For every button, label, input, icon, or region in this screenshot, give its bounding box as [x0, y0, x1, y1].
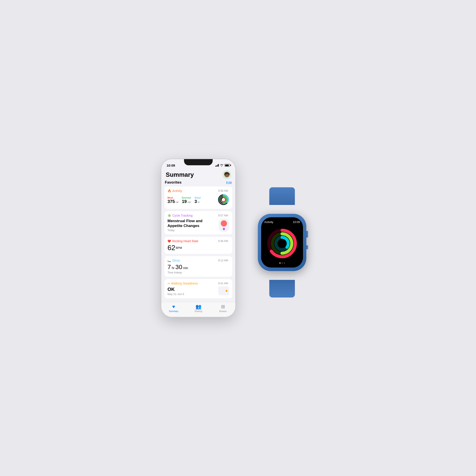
sharing-tab-label: Sharing	[195, 310, 202, 312]
flame-icon: 🔥	[168, 189, 171, 193]
activity-title: Activity	[172, 189, 182, 193]
sleep-card[interactable]: 🛏️ Sleep 8:12 AM › 7 hr 30 min Time Asle…	[164, 256, 232, 277]
watch-side-button[interactable]	[306, 245, 308, 249]
walking-body: OK May 31–Jun 6	[168, 287, 229, 296]
stand-unit: hr	[198, 201, 200, 204]
chevron-right-icon: ›	[228, 259, 229, 262]
avatar[interactable]: 🧒🏾	[222, 170, 231, 179]
status-icons	[215, 164, 230, 167]
watch-activity-rings: → → ↑	[267, 228, 298, 259]
status-time: 10:09	[167, 164, 175, 167]
heart-rate-header: ❤️ Resting Heart Rate 9:36 AM ›	[168, 239, 229, 243]
move-value: 375	[168, 199, 175, 204]
tab-summary[interactable]: ♥ Summary	[166, 304, 181, 312]
walking-steadiness-card[interactable]: ⇌ Walking Steadiness 9:41 AM › OK	[164, 279, 232, 298]
watch-screen-content: Activity 10:09	[261, 217, 303, 268]
activity-card-header: 🔥 Activity 9:36 AM ›	[168, 189, 229, 193]
wifi-icon	[220, 164, 223, 167]
stand-value: 3	[195, 199, 197, 204]
stand-label: Stand	[195, 197, 201, 199]
heart-icon: ❤️	[168, 239, 171, 243]
tab-sharing[interactable]: 👥 Sharing	[191, 304, 206, 312]
edit-button[interactable]: Edit	[226, 181, 232, 185]
heart-rate-title: Resting Heart Rate	[172, 239, 198, 243]
sleep-hours: 7	[168, 264, 171, 270]
appetite-indicator	[223, 228, 225, 230]
move-label: Move	[168, 197, 178, 199]
menstrual-flow-indicator	[221, 220, 227, 226]
watch-dot-3	[284, 262, 285, 264]
move-unit: cal	[175, 201, 178, 204]
sleep-min-unit: min	[182, 266, 188, 270]
svg-text:↑: ↑	[284, 236, 285, 239]
exercise-value: 19	[182, 199, 187, 204]
scroll-content: Favorites Edit 🔥 Activity 9:36 AM	[161, 180, 235, 302]
scene: 10:09	[119, 119, 357, 357]
app-header: Summary 🧒🏾	[161, 169, 235, 180]
activity-rings	[218, 194, 229, 206]
summary-tab-label: Summary	[169, 310, 178, 312]
page-title: Summary	[166, 171, 194, 178]
heart-rate-time: 9:36 AM ›	[218, 239, 229, 243]
power-button[interactable]	[235, 190, 236, 201]
cycle-sub-text: Today	[168, 229, 207, 232]
watch-dot-1	[279, 262, 281, 264]
activity-rings-chart	[218, 194, 229, 205]
sleep-sub: Time Asleep	[168, 271, 229, 274]
watch-rings-area: → → ↑	[264, 224, 300, 262]
watch-dot-2	[282, 262, 283, 264]
walking-icon: ⇌	[168, 282, 170, 285]
sleep-minutes: 30	[175, 264, 182, 270]
watch-time: 10:09	[293, 220, 300, 224]
tab-browse[interactable]: ⊞ Browse	[215, 304, 231, 312]
walking-steadiness-title: Walking Steadiness	[171, 282, 198, 285]
iphone-screen: 10:09	[161, 159, 235, 317]
watch-screen: Activity 10:09	[261, 217, 303, 268]
heart-rate-unit: BPM	[176, 246, 182, 250]
sleep-title: Sleep	[172, 259, 180, 262]
browse-tab-icon: ⊞	[221, 304, 225, 310]
walking-chart	[218, 287, 229, 295]
walking-chart-dot	[226, 290, 227, 292]
apple-watch: Activity 10:09	[249, 201, 315, 284]
volume-up-button[interactable]	[161, 186, 161, 192]
watch-page-dots	[264, 262, 300, 265]
signal-icon	[215, 164, 219, 167]
cycle-tracking-title: Cycle Tracking	[172, 214, 193, 217]
watch-crown[interactable]	[306, 231, 308, 238]
cycle-main-text: Menstrual Flow and Appetite Changes	[168, 219, 207, 228]
app-content: Summary 🧒🏾 Favorites Edit	[161, 169, 235, 317]
chevron-right-icon: ›	[228, 239, 229, 243]
chevron-right-icon: ›	[228, 214, 229, 217]
heart-rate-card[interactable]: ❤️ Resting Heart Rate 9:36 AM › 62BPM	[164, 237, 232, 254]
svg-text:→: →	[294, 242, 297, 245]
heart-tab-icon: ♥	[172, 304, 175, 310]
sharing-tab-icon: 👥	[195, 304, 202, 310]
cycle-tracking-time: 8:57 AM ›	[218, 214, 229, 217]
favorites-label: Favorites	[165, 180, 182, 185]
heart-rate-value: 62	[168, 244, 175, 252]
volume-down-button[interactable]	[161, 194, 161, 201]
sleep-header: 🛏️ Sleep 8:12 AM ›	[168, 259, 229, 262]
cycle-tracking-card[interactable]: ✳️ Cycle Tracking 8:57 AM › Menstrual Fl…	[164, 211, 232, 235]
iphone: 10:09	[161, 159, 236, 317]
watch-case: Activity 10:09	[258, 214, 306, 271]
section-header: Favorites Edit	[164, 180, 232, 185]
battery-icon	[224, 164, 230, 167]
browse-tab-label: Browse	[219, 310, 226, 312]
tab-bar: ♥ Summary 👥 Sharing ⊞ Browse	[161, 302, 235, 317]
walking-value: OK	[168, 287, 184, 292]
watch-app-title: Activity	[264, 220, 273, 224]
watch-band-top	[269, 187, 295, 205]
walking-steadiness-time: 9:41 AM ›	[218, 282, 229, 285]
cycle-body: Menstrual Flow and Appetite Changes Toda…	[168, 219, 229, 232]
cycle-tracking-header: ✳️ Cycle Tracking 8:57 AM ›	[168, 214, 229, 217]
cycle-indicators	[219, 219, 229, 232]
exercise-unit: min	[187, 201, 191, 204]
sleep-time: 8:12 AM ›	[218, 259, 229, 262]
iphone-notch	[184, 159, 213, 165]
chevron-right-icon: ›	[228, 282, 229, 285]
activity-card[interactable]: 🔥 Activity 9:36 AM › Move	[164, 187, 232, 209]
watch-band-bottom	[269, 280, 295, 298]
walking-steadiness-header: ⇌ Walking Steadiness 9:41 AM ›	[168, 282, 229, 285]
